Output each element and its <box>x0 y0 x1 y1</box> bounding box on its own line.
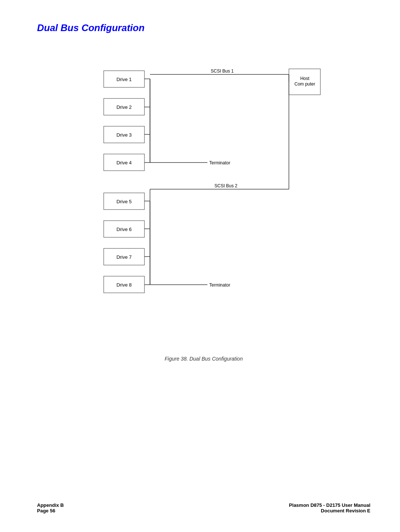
drive1-label: Drive 1 <box>116 77 131 82</box>
drive4-label: Drive 4 <box>116 160 131 165</box>
host-label2: Com puter <box>294 81 315 87</box>
footer-appendix: Appendix B <box>37 502 64 508</box>
terminator2-label: Terminator <box>209 282 230 288</box>
page-title: Dual Bus Configuration <box>37 22 370 34</box>
drive8-label: Drive 8 <box>116 282 131 288</box>
scsi-bus2-label: SCSI Bus 2 <box>214 183 237 188</box>
diagram: Drive 1 Drive 2 Drive 3 Drive 4 Drive 5 … <box>81 48 326 352</box>
drive3-label: Drive 3 <box>116 132 131 138</box>
scsi-bus1-label: SCSI Bus 1 <box>211 68 234 74</box>
drive2-label: Drive 2 <box>116 104 131 110</box>
drive7-label: Drive 7 <box>116 254 131 260</box>
footer-revision: Document Revision E <box>289 508 370 513</box>
drive6-label: Drive 6 <box>116 227 131 232</box>
footer-right: Plasmon D875 - D2175 User Manual Documen… <box>289 502 370 513</box>
host-label: Host <box>300 76 310 81</box>
terminator1-label: Terminator <box>209 160 230 165</box>
figure-caption: Figure 38. Dual Bus Configuration <box>37 356 370 362</box>
footer: Appendix B Page 56 Plasmon D875 - D2175 … <box>37 502 370 513</box>
footer-left: Appendix B Page 56 <box>37 502 64 513</box>
footer-page: Page 56 <box>37 508 64 513</box>
drive5-label: Drive 5 <box>116 199 131 204</box>
page: Dual Bus Configuration Drive 1 Drive 2 D… <box>0 0 400 532</box>
footer-manual: Plasmon D875 - D2175 User Manual <box>289 502 370 508</box>
